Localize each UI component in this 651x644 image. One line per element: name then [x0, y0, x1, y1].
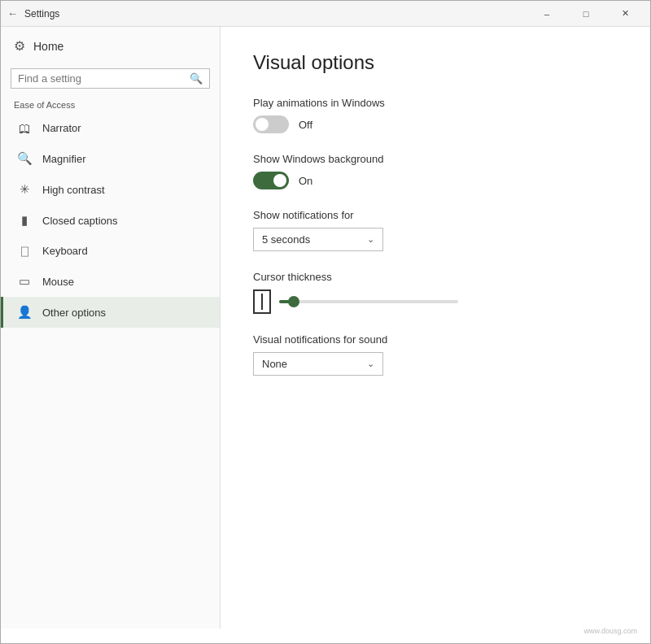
home-icon: ⚙: [14, 38, 25, 54]
closed-captions-label: Closed captions: [42, 215, 118, 227]
visual-notifications-value: None: [262, 358, 287, 370]
visual-notifications-dropdown-arrow: ⌄: [367, 359, 374, 369]
show-background-state: On: [299, 175, 312, 187]
home-label: Home: [33, 40, 63, 53]
show-background-thumb: [273, 174, 286, 187]
other-options-icon: 👤: [16, 305, 33, 320]
content-area: ⚙ Home 🔍 Ease of Access 🕮 Narrator 🔍 Mag…: [1, 27, 650, 629]
visual-notifications-dropdown[interactable]: None ⌄: [253, 352, 383, 376]
search-icon: 🔍: [190, 72, 203, 85]
magnifier-label: Magnifier: [42, 153, 85, 165]
section-label: Ease of Access: [1, 95, 220, 113]
close-button[interactable]: ✕: [606, 1, 644, 27]
visual-notifications-label: Visual notifications for sound: [253, 333, 618, 346]
notifications-value: 5 seconds: [262, 233, 310, 246]
high-contrast-icon: ✳: [16, 182, 33, 197]
play-animations-toggle-row: Off: [253, 115, 618, 133]
cursor-preview: [253, 289, 271, 314]
play-animations-section: Play animations in Windows Off: [253, 97, 618, 133]
sidebar-item-mouse[interactable]: ▭ Mouse: [1, 266, 220, 297]
cursor-slider-thumb[interactable]: [288, 296, 299, 307]
magnifier-icon: 🔍: [16, 151, 33, 166]
cursor-thickness-label: Cursor thickness: [253, 271, 618, 283]
show-background-track: [253, 172, 289, 189]
titlebar: ← Settings – □ ✕: [1, 1, 650, 27]
sidebar-item-narrator[interactable]: 🕮 Narrator: [1, 113, 220, 143]
titlebar-left: ← Settings: [7, 7, 59, 20]
sidebar-item-magnifier[interactable]: 🔍 Magnifier: [1, 143, 220, 174]
sidebar-item-other-options[interactable]: 👤 Other options: [1, 297, 220, 328]
cursor-thickness-section: Cursor thickness: [253, 271, 618, 314]
show-background-section: Show Windows background On: [253, 153, 618, 189]
page-title: Visual options: [253, 51, 618, 74]
narrator-icon: 🕮: [16, 121, 33, 135]
high-contrast-label: High contrast: [42, 184, 105, 196]
narrator-label: Narrator: [42, 122, 81, 134]
mouse-icon: ▭: [16, 274, 33, 289]
show-background-label: Show Windows background: [253, 153, 618, 165]
sidebar-item-keyboard[interactable]: ⎕ Keyboard: [1, 236, 220, 266]
search-box[interactable]: 🔍: [11, 68, 210, 89]
sidebar-item-high-contrast[interactable]: ✳ High contrast: [1, 174, 220, 205]
play-animations-state: Off: [299, 119, 312, 131]
other-options-label: Other options: [42, 307, 106, 319]
cursor-slider-track[interactable]: [279, 300, 458, 303]
show-notifications-label: Show notifications for: [253, 209, 618, 221]
main-panel: Visual options Play animations in Window…: [221, 27, 650, 629]
show-background-toggle[interactable]: [253, 172, 289, 189]
back-icon[interactable]: ←: [7, 7, 18, 20]
notifications-dropdown[interactable]: 5 seconds ⌄: [253, 228, 383, 251]
sidebar-item-home[interactable]: ⚙ Home: [1, 27, 220, 65]
cursor-line: [261, 294, 263, 310]
settings-window: ← Settings – □ ✕ ⚙ Home 🔍 Ease of Access…: [0, 0, 651, 644]
keyboard-icon: ⎕: [16, 244, 33, 258]
play-animations-track: [253, 115, 289, 133]
play-animations-toggle[interactable]: [253, 115, 289, 133]
closed-captions-icon: ▮: [16, 213, 33, 228]
play-animations-thumb: [256, 118, 269, 131]
notifications-dropdown-arrow: ⌄: [367, 234, 374, 245]
window-controls: – □ ✕: [528, 1, 644, 27]
cursor-thickness-row: [253, 289, 618, 314]
show-notifications-section: Show notifications for 5 seconds ⌄: [253, 209, 618, 251]
mouse-label: Mouse: [42, 276, 74, 288]
visual-notifications-section: Visual notifications for sound None ⌄: [253, 333, 618, 376]
window-title: Settings: [24, 8, 59, 20]
maximize-button[interactable]: □: [567, 1, 605, 27]
sidebar: ⚙ Home 🔍 Ease of Access 🕮 Narrator 🔍 Mag…: [1, 27, 221, 629]
minimize-button[interactable]: –: [528, 1, 566, 27]
search-input[interactable]: [18, 72, 185, 85]
sidebar-item-closed-captions[interactable]: ▮ Closed captions: [1, 205, 220, 236]
keyboard-label: Keyboard: [42, 245, 88, 257]
show-background-toggle-row: On: [253, 172, 618, 189]
watermark: www.dousg.com: [0, 624, 644, 638]
play-animations-label: Play animations in Windows: [253, 97, 618, 109]
